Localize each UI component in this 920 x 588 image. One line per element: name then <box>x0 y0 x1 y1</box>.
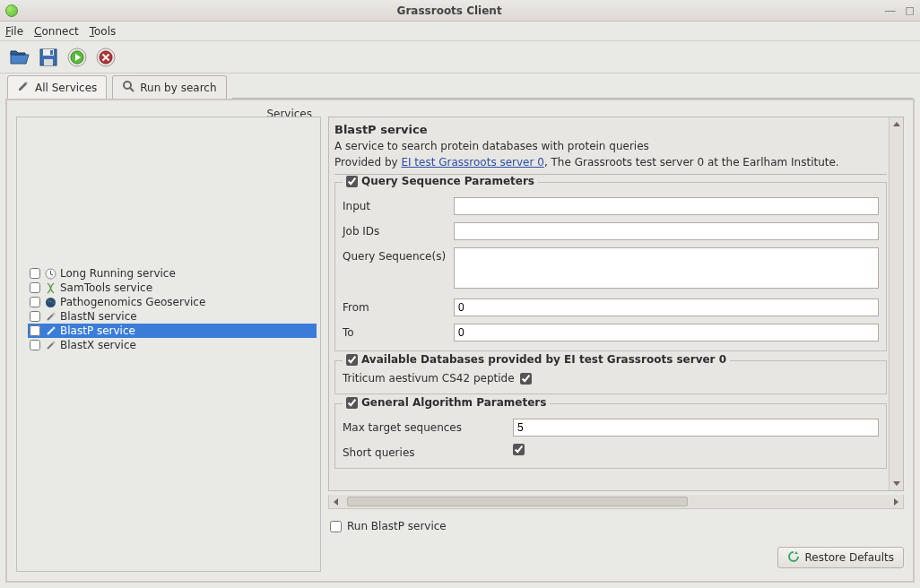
save-button[interactable] <box>38 47 59 68</box>
menu-file[interactable]: File <box>5 25 23 38</box>
tab-label: All Services <box>35 82 97 94</box>
menubar: File Connect Tools <box>0 22 920 41</box>
stop-cancel-button[interactable] <box>95 47 117 68</box>
menu-connect[interactable]: Connect <box>34 25 79 38</box>
window-title: Grassroots Client <box>23 4 875 17</box>
svg-point-8 <box>124 82 131 89</box>
tab-all-services[interactable]: All Services <box>7 75 107 99</box>
menu-tools[interactable]: Tools <box>90 25 117 38</box>
toolbar <box>0 41 920 74</box>
svg-rect-2 <box>44 59 53 65</box>
window-maximize[interactable]: ◻ <box>905 4 915 17</box>
open-folder-button[interactable] <box>9 47 30 68</box>
play-button[interactable] <box>66 47 88 68</box>
svg-rect-3 <box>50 50 53 55</box>
svg-line-9 <box>130 88 134 91</box>
window-titlebar: Grassroots Client — ◻ <box>0 0 920 22</box>
window-close-button[interactable] <box>5 4 18 17</box>
search-icon <box>122 80 135 95</box>
pencil-icon <box>17 80 30 95</box>
tab-label: Run by search <box>140 82 216 94</box>
tab-bar: All Services Run by search <box>0 74 920 99</box>
tab-run-by-search[interactable]: Run by search <box>112 75 226 99</box>
window-minimize[interactable]: — <box>884 4 896 17</box>
